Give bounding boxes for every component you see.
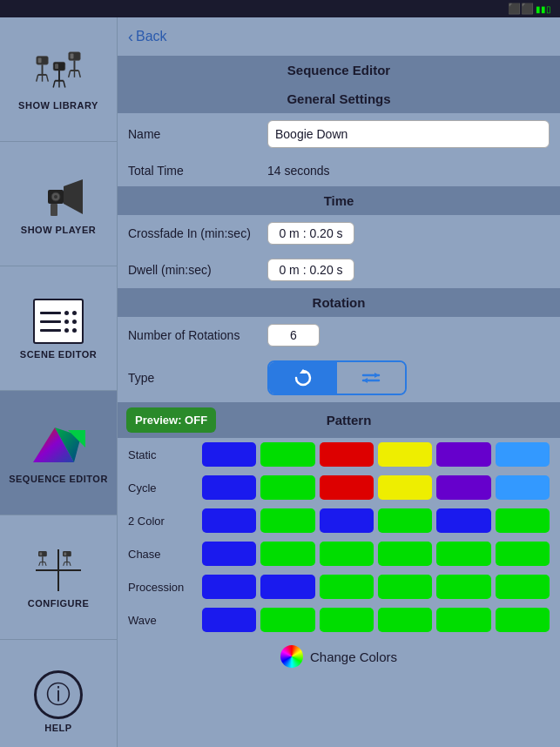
rotation-type-swap-btn[interactable]: [337, 362, 405, 394]
crossfade-row: Crossfade In (min:sec) 0 m : 0.20 s: [118, 215, 560, 252]
sidebar-item-help[interactable]: ⓘ HELP: [0, 640, 117, 747]
2color-swatch-5[interactable]: [436, 508, 490, 533]
2color-swatch-2[interactable]: [260, 508, 314, 533]
rotation-type-toggle: [267, 360, 407, 395]
svg-marker-49: [363, 378, 368, 383]
procession-swatch-6[interactable]: [496, 575, 550, 599]
color-row-wave: Wave: [118, 603, 560, 636]
wave-swatch-6[interactable]: [496, 608, 550, 632]
2color-swatch-4[interactable]: [378, 508, 432, 533]
swap-icon: [361, 368, 381, 387]
chase-swatch-2[interactable]: [260, 542, 314, 566]
static-swatch-3[interactable]: [320, 442, 374, 467]
change-colors-row[interactable]: Change Colors: [118, 636, 560, 676]
back-chevron-icon: ‹: [128, 28, 133, 46]
total-time-row: Total Time 14 seconds: [118, 155, 560, 186]
procession-swatch-1[interactable]: [202, 575, 256, 599]
cycle-swatch-3[interactable]: [320, 475, 374, 500]
name-input[interactable]: [267, 120, 550, 148]
2color-label: 2 Color: [128, 515, 198, 528]
crossfade-value[interactable]: 0 m : 0.20 s: [267, 222, 354, 245]
chase-swatch-4[interactable]: [378, 542, 432, 566]
configure-icon: [28, 547, 89, 595]
wave-swatch-3[interactable]: [320, 608, 374, 632]
static-swatch-4[interactable]: [378, 442, 432, 467]
sidebar-item-sequence-editor[interactable]: SEQUENCE EDITOR: [0, 391, 117, 515]
static-swatch-2[interactable]: [260, 442, 314, 467]
static-label: Static: [128, 448, 198, 461]
rotation-type-rotate-btn[interactable]: [269, 362, 337, 394]
help-icon: ⓘ: [28, 671, 89, 719]
2color-swatch-1[interactable]: [202, 508, 256, 533]
type-label: Type: [128, 371, 267, 385]
procession-swatch-3[interactable]: [320, 575, 374, 599]
back-label: Back: [136, 29, 167, 44]
chase-swatch-3[interactable]: [320, 542, 374, 566]
preview-button[interactable]: Preview: OFF: [126, 407, 216, 433]
sidebar-item-sequence-editor-label: SEQUENCE EDITOR: [9, 474, 108, 484]
svg-rect-15: [55, 64, 58, 69]
dwell-row: Dwell (min:sec) 0 m : 0.20 s: [118, 252, 560, 288]
2color-swatch-3[interactable]: [320, 508, 374, 533]
cycle-swatch-5[interactable]: [436, 475, 490, 500]
sidebar: SHOW LIBRARY SHOW PLAYER: [0, 17, 118, 747]
sequence-editor-header: Sequence Editor: [118, 56, 560, 84]
pattern-title: Pattern: [225, 413, 560, 427]
sidebar-item-show-library[interactable]: SHOW LIBRARY: [0, 17, 117, 142]
sidebar-item-show-player-label: SHOW PLAYER: [21, 225, 96, 235]
main-content: ‹ Back Sequence Editor General Settings …: [118, 17, 560, 747]
chase-swatch-1[interactable]: [202, 542, 256, 566]
total-time-label: Total Time: [128, 164, 267, 178]
sidebar-item-configure[interactable]: CONFIGURE: [0, 515, 117, 640]
cycle-swatch-4[interactable]: [378, 475, 432, 500]
static-swatch-5[interactable]: [436, 442, 490, 467]
general-settings-header: General Settings: [118, 84, 560, 113]
name-row: Name: [118, 113, 560, 155]
procession-swatch-2[interactable]: [260, 575, 314, 599]
cycle-label: Cycle: [128, 481, 198, 495]
svg-marker-22: [64, 179, 83, 214]
cycle-swatch-6[interactable]: [496, 475, 550, 500]
svg-line-43: [70, 562, 71, 566]
static-swatch-1[interactable]: [202, 442, 256, 467]
wave-swatch-4[interactable]: [378, 608, 432, 632]
svg-line-12: [78, 71, 80, 77]
num-rotations-value[interactable]: 6: [267, 324, 320, 347]
color-row-procession: Procession: [118, 570, 560, 603]
top-bar: ‹ Back: [118, 17, 560, 56]
svg-point-25: [54, 195, 57, 199]
scene-editor-icon: [28, 298, 89, 346]
wave-swatch-2[interactable]: [260, 608, 314, 632]
2color-swatch-6[interactable]: [496, 508, 550, 533]
num-rotations-label: Number of Rotations: [128, 328, 267, 342]
cycle-swatch-2[interactable]: [260, 475, 314, 500]
procession-swatch-4[interactable]: [378, 575, 432, 599]
chase-label: Chase: [128, 548, 198, 561]
color-row-chase: Chase: [118, 537, 560, 570]
static-swatch-6[interactable]: [496, 442, 550, 467]
svg-line-42: [64, 562, 64, 566]
sidebar-item-show-player[interactable]: SHOW PLAYER: [0, 142, 117, 266]
dwell-value[interactable]: 0 m : 0.20 s: [267, 259, 354, 281]
color-row-2color: 2 Color: [118, 504, 560, 537]
svg-line-36: [45, 562, 46, 566]
procession-label: Procession: [128, 581, 198, 594]
wave-swatch-1[interactable]: [202, 608, 256, 632]
sidebar-item-show-library-label: SHOW LIBRARY: [18, 100, 98, 111]
wave-swatch-5[interactable]: [436, 608, 490, 632]
cycle-swatch-1[interactable]: [202, 475, 256, 500]
chase-swatch-5[interactable]: [436, 542, 490, 566]
sidebar-item-scene-editor[interactable]: SCENE EDITOR: [0, 266, 117, 391]
name-label: Name: [128, 127, 267, 141]
color-wheel-icon: [280, 645, 303, 668]
svg-rect-1: [38, 57, 42, 63]
chase-swatch-6[interactable]: [496, 542, 550, 566]
back-button[interactable]: ‹ Back: [128, 28, 167, 46]
color-row-static: Static: [118, 438, 560, 471]
procession-swatch-5[interactable]: [436, 575, 490, 599]
type-row: Type: [118, 353, 560, 402]
num-rotations-row: Number of Rotations 6: [118, 317, 560, 353]
battery-icon: ⬛⬛: [508, 3, 534, 15]
battery-indicator: ▮▮▯: [536, 4, 551, 14]
svg-rect-8: [71, 54, 74, 59]
